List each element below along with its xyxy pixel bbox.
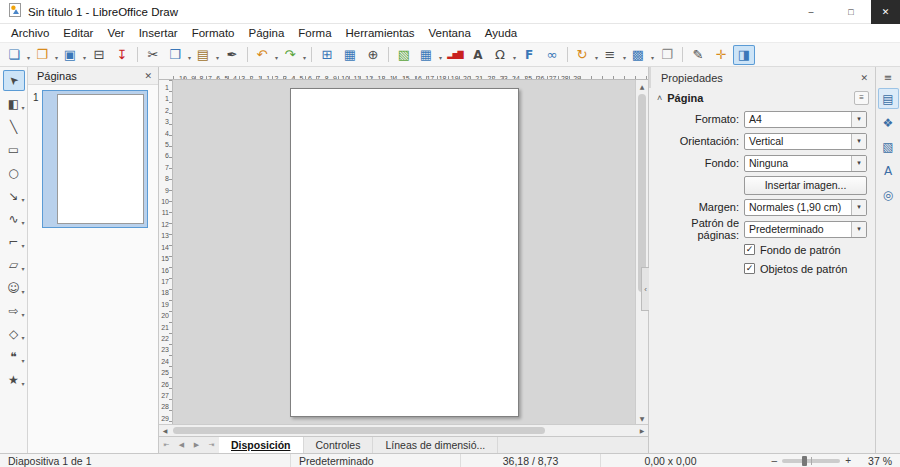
- insert-image-sidebar-button[interactable]: Insertar imagen...: [744, 176, 867, 195]
- print-button[interactable]: ⊟: [88, 45, 110, 65]
- insert-table-button[interactable]: ▦: [416, 45, 443, 65]
- insert-image-button[interactable]: ▧: [393, 45, 415, 65]
- transformations-button[interactable]: ↻: [572, 45, 599, 65]
- shadow-button[interactable]: ❐: [656, 45, 678, 65]
- menu-ayuda[interactable]: Ayuda: [478, 27, 524, 39]
- vertical-ruler[interactable]: 1 1 2 3 4 5 6 7 8 9 10 11 12 13 14 15 16…: [159, 80, 173, 424]
- orientation-select[interactable]: Vertical: [744, 133, 867, 150]
- insert-text-box-button[interactable]: A: [467, 45, 489, 65]
- master-background-checkbox[interactable]: [744, 244, 755, 255]
- snap-to-grid-button[interactable]: ▦: [339, 45, 361, 65]
- paste-button[interactable]: ▤: [193, 45, 220, 65]
- clone-formatting-button[interactable]: ✒: [221, 45, 243, 65]
- glue-points-button[interactable]: ✛: [710, 45, 732, 65]
- horizontal-ruler[interactable]: 10 9 8 7 6 5 4 3 2 1 1 2 3 4 5 6 7 8 9 1…: [159, 67, 648, 80]
- page-thumbnail[interactable]: [42, 90, 148, 228]
- master-page-select[interactable]: Predeterminado: [744, 221, 867, 238]
- show-draw-functions-button[interactable]: ◨: [733, 45, 755, 65]
- sidebar-tab-properties[interactable]: ▤: [878, 88, 899, 109]
- section-more-options-icon[interactable]: ≡: [854, 91, 869, 105]
- menu-forma[interactable]: Forma: [291, 27, 338, 39]
- close-button[interactable]: ✕: [871, 0, 900, 24]
- arrange-button[interactable]: ▩: [628, 45, 655, 65]
- new-document-button[interactable]: ❏: [4, 45, 31, 65]
- basic-shapes-tool[interactable]: ▱: [3, 254, 25, 275]
- sidebar-collapse-handle[interactable]: ‹: [641, 267, 649, 311]
- stars-banners-tool[interactable]: ★: [3, 369, 25, 390]
- zoom-out-button[interactable]: –: [769, 454, 781, 467]
- page-style[interactable]: Predeterminado: [290, 454, 460, 467]
- sidebar-close-icon[interactable]: ✕: [860, 73, 868, 83]
- edit-points-button[interactable]: ✎: [687, 45, 709, 65]
- master-page-dropdown-icon[interactable]: [851, 222, 866, 237]
- pages-panel-close-icon[interactable]: ✕: [144, 71, 152, 81]
- export-pdf-button[interactable]: ↧: [111, 45, 133, 65]
- align-objects-button[interactable]: ≡: [600, 45, 627, 65]
- menu-herramientas[interactable]: Herramientas: [339, 27, 422, 39]
- sidebar-tab-styles[interactable]: A: [878, 160, 899, 181]
- sidebar-tab-navigator[interactable]: ◎: [878, 184, 899, 205]
- vertical-scrollbar[interactable]: ▲ ▼: [635, 80, 648, 424]
- undo-button[interactable]: ↶: [252, 45, 279, 65]
- horizontal-scroll-thumb[interactable]: [173, 427, 545, 434]
- format-dropdown-icon[interactable]: [851, 112, 866, 127]
- save-button[interactable]: ▣: [60, 45, 87, 65]
- display-grid-button[interactable]: ⊞: [316, 45, 338, 65]
- zoom-slider[interactable]: [782, 459, 840, 463]
- zoom-slider-thumb[interactable]: [802, 456, 807, 466]
- background-select[interactable]: Ninguna: [744, 155, 867, 172]
- horizontal-scrollbar[interactable]: ◀ ▶: [159, 424, 648, 436]
- menu-archivo[interactable]: Archivo: [4, 27, 56, 39]
- previous-page-button[interactable]: ◀: [174, 437, 189, 453]
- drawing-canvas[interactable]: [173, 80, 635, 424]
- document-page[interactable]: [290, 88, 519, 417]
- connectors-tool[interactable]: ⌐: [3, 231, 25, 252]
- layer-tab-lineas-de-dimension[interactable]: Líneas de dimensió...: [373, 437, 498, 453]
- minimize-button[interactable]: –: [791, 0, 831, 24]
- menu-ver[interactable]: Ver: [100, 27, 131, 39]
- cut-button[interactable]: ✂: [142, 45, 164, 65]
- zoom-in-button[interactable]: +: [842, 454, 854, 467]
- master-objects-checkbox[interactable]: [744, 263, 755, 274]
- scroll-left-icon[interactable]: ◀: [159, 425, 171, 436]
- menu-pagina[interactable]: Página: [242, 27, 292, 39]
- rectangle-tool[interactable]: ▭: [3, 139, 25, 160]
- symbol-shapes-tool[interactable]: ☺: [3, 277, 25, 298]
- menu-formato[interactable]: Formato: [185, 27, 242, 39]
- vertical-scroll-track[interactable]: [636, 92, 648, 412]
- open-button[interactable]: ❐: [32, 45, 59, 65]
- menu-insertar[interactable]: Insertar: [132, 27, 185, 39]
- hyperlink-button[interactable]: ∞: [541, 45, 563, 65]
- insert-line-tool[interactable]: ╲: [3, 116, 25, 137]
- vertical-scroll-thumb[interactable]: [638, 94, 646, 292]
- block-arrows-tool[interactable]: ⇨: [3, 300, 25, 321]
- ellipse-tool[interactable]: ○: [3, 162, 25, 183]
- maximize-button[interactable]: □: [831, 0, 871, 24]
- zoom-level[interactable]: 37 %: [854, 454, 900, 467]
- fontwork-button[interactable]: F: [518, 45, 540, 65]
- horizontal-scroll-track[interactable]: [171, 425, 636, 436]
- insert-chart-button[interactable]: ▂▅▇: [444, 45, 466, 65]
- menu-ventana[interactable]: Ventana: [422, 27, 478, 39]
- lines-and-arrows-tool[interactable]: ↘: [3, 185, 25, 206]
- sidebar-tab-gallery[interactable]: ▧: [878, 136, 899, 157]
- scroll-down-icon[interactable]: ▼: [636, 412, 648, 424]
- margin-dropdown-icon[interactable]: [851, 200, 866, 215]
- zoom-button[interactable]: ⊕: [362, 45, 384, 65]
- select-tool[interactable]: ➤: [3, 70, 25, 91]
- redo-button[interactable]: ↷: [280, 45, 307, 65]
- copy-button[interactable]: ❒: [165, 45, 192, 65]
- special-character-button[interactable]: Ω: [490, 45, 517, 65]
- scroll-right-icon[interactable]: ▶: [636, 425, 648, 436]
- menu-editar[interactable]: Editar: [56, 27, 100, 39]
- sidebar-tab-shapes[interactable]: ❖: [878, 112, 899, 133]
- format-select[interactable]: A4: [744, 111, 867, 128]
- curves-and-polygons-tool[interactable]: ∿: [3, 208, 25, 229]
- background-dropdown-icon[interactable]: [851, 156, 866, 171]
- scroll-up-icon[interactable]: ▲: [636, 80, 648, 92]
- sidebar-settings-icon[interactable]: ≡: [878, 70, 899, 85]
- line-color-tool[interactable]: ◧: [3, 93, 25, 114]
- last-page-button[interactable]: ⇥: [204, 437, 219, 453]
- flowchart-tool[interactable]: ◇: [3, 323, 25, 344]
- orientation-dropdown-icon[interactable]: [851, 134, 866, 149]
